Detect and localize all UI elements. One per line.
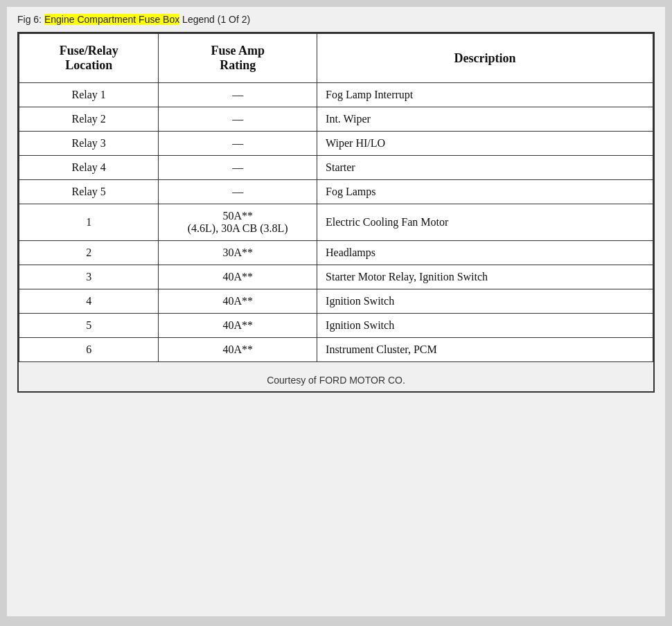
cell-location: 1 — [19, 204, 159, 241]
cell-amp: 40A** — [159, 338, 317, 362]
title-suffix: Legend (1 Of 2) — [179, 14, 250, 25]
table-row: 230A**Headlamps — [19, 241, 653, 265]
cell-amp: — — [159, 83, 317, 107]
cell-amp: — — [159, 132, 317, 156]
table-row: 540A**Ignition Switch — [19, 314, 653, 338]
cell-location: Relay 4 — [19, 156, 159, 180]
page-title: Fig 6: Engine Compartment Fuse Box Legen… — [17, 14, 655, 25]
cell-location: Relay 1 — [19, 83, 159, 107]
cell-amp: 50A**(4.6L), 30A CB (3.8L) — [159, 204, 317, 241]
table-wrapper: Fuse/RelayLocation Fuse AmpRating Descri… — [17, 32, 655, 393]
header-description: Description — [317, 34, 653, 83]
cell-description: Int. Wiper — [317, 107, 653, 132]
cell-location: 5 — [19, 314, 159, 338]
table-row: 640A**Instrument Cluster, PCM — [19, 338, 653, 362]
cell-location: 2 — [19, 241, 159, 265]
cell-amp: 30A** — [159, 241, 317, 265]
table-header-row: Fuse/RelayLocation Fuse AmpRating Descri… — [19, 34, 653, 83]
cell-description: Wiper HI/LO — [317, 132, 653, 156]
page-container: Fig 6: Engine Compartment Fuse Box Legen… — [7, 7, 665, 616]
table-row: 340A**Starter Motor Relay, Ignition Swit… — [19, 265, 653, 289]
cell-location: 6 — [19, 338, 159, 362]
cell-amp: 40A** — [159, 289, 317, 314]
table-row: 440A**Ignition Switch — [19, 289, 653, 314]
table-row: Relay 5—Fog Lamps — [19, 180, 653, 204]
table-row: Relay 2—Int. Wiper — [19, 107, 653, 132]
cell-description: Fog Lamps — [317, 180, 653, 204]
title-prefix: Fig 6: — [17, 14, 44, 25]
cell-description: Fog Lamp Interrupt — [317, 83, 653, 107]
cell-location: Relay 2 — [19, 107, 159, 132]
cell-description: Starter Motor Relay, Ignition Switch — [317, 265, 653, 289]
cell-description: Starter — [317, 156, 653, 180]
cell-amp: 40A** — [159, 314, 317, 338]
cell-amp: — — [159, 156, 317, 180]
title-highlighted: Engine Compartment Fuse Box — [44, 14, 179, 25]
cell-amp: — — [159, 107, 317, 132]
cell-amp: — — [159, 180, 317, 204]
cell-description: Ignition Switch — [317, 289, 653, 314]
fuse-table: Fuse/RelayLocation Fuse AmpRating Descri… — [19, 33, 653, 362]
cell-description: Headlamps — [317, 241, 653, 265]
cell-location: Relay 3 — [19, 132, 159, 156]
table-row: Relay 3—Wiper HI/LO — [19, 132, 653, 156]
cell-location: Relay 5 — [19, 180, 159, 204]
cell-description: Electric Cooling Fan Motor — [317, 204, 653, 241]
table-row: Relay 1—Fog Lamp Interrupt — [19, 83, 653, 107]
table-row: Relay 4—Starter — [19, 156, 653, 180]
header-amp: Fuse AmpRating — [159, 34, 317, 83]
cell-description: Instrument Cluster, PCM — [317, 338, 653, 362]
table-row: 150A**(4.6L), 30A CB (3.8L)Electric Cool… — [19, 204, 653, 241]
cell-location: 3 — [19, 265, 159, 289]
cell-amp: 40A** — [159, 265, 317, 289]
cell-description: Ignition Switch — [317, 314, 653, 338]
header-location: Fuse/RelayLocation — [19, 34, 159, 83]
cell-location: 4 — [19, 289, 159, 314]
courtesy-text: Courtesy of FORD MOTOR CO. — [19, 362, 653, 391]
